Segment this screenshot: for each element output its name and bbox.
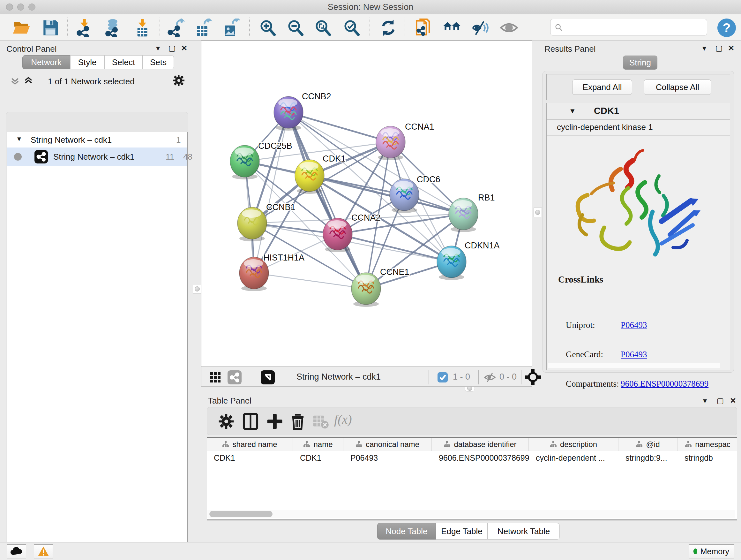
node-CDK1[interactable]: CDK1 [295, 154, 346, 194]
gene-collapse-icon[interactable]: ▼ [569, 107, 576, 115]
selected-checkbox-icon[interactable] [437, 372, 448, 382]
scrollbar-thumb[interactable] [209, 511, 273, 517]
string-view-badge-icon[interactable] [227, 370, 242, 384]
crosslink-link[interactable]: 9606.ENSP00000378699 [621, 379, 709, 389]
expand-all-networks-icon[interactable] [23, 75, 34, 87]
cloud-button[interactable] [7, 544, 26, 558]
zoom-fit-icon[interactable] [314, 18, 333, 37]
selected-node-edge-counts: 1 - 0 [453, 372, 470, 382]
tab-edge-table[interactable]: Edge Table [436, 523, 488, 540]
function-builder-icon: f(x) [334, 412, 352, 427]
tab-style-label: Style [78, 57, 97, 67]
node-table[interactable]: shared namenamecanonical namedatabase id… [207, 437, 737, 520]
table-panel-float-menu-icon[interactable]: ▾ [699, 396, 711, 406]
add-column-icon[interactable] [266, 413, 283, 430]
import-network-file-icon[interactable] [76, 18, 94, 37]
minimize-window-button[interactable] [17, 3, 24, 10]
expand-all-button[interactable]: Expand All [572, 79, 632, 95]
search-input[interactable] [550, 19, 707, 36]
cell-database-identifier[interactable]: 9606.ENSP00000378699 [432, 451, 529, 464]
hidden-eye-slash-icon [483, 372, 496, 384]
tab-network-table[interactable]: Network Table [488, 523, 560, 540]
tab-select[interactable]: Select [105, 55, 143, 69]
delete-column-trash-icon[interactable] [289, 413, 306, 430]
results-panel-float-menu-icon[interactable]: ▾ [699, 44, 710, 53]
export-image-icon[interactable] [222, 18, 240, 37]
table-options-gear-icon[interactable] [218, 413, 234, 430]
cell-description[interactable]: cyclin-dependent ... [529, 451, 618, 464]
hide-unselected-icon[interactable] [471, 18, 489, 37]
column-header-description[interactable]: description [529, 438, 618, 451]
import-network-database-icon[interactable] [104, 18, 123, 37]
column-header-name[interactable]: name [293, 438, 343, 451]
zoom-window-button[interactable] [28, 3, 36, 10]
show-all-icon[interactable] [500, 18, 518, 37]
control-panel-float-icon[interactable]: ▢ [166, 44, 178, 53]
collapse-all-button[interactable]: Collapse All [644, 79, 711, 95]
warnings-button[interactable] [34, 544, 53, 558]
memory-button[interactable]: Memory [689, 544, 734, 558]
close-window-button[interactable] [6, 3, 13, 10]
save-session-icon[interactable] [41, 18, 60, 37]
tab-style[interactable]: Style [70, 55, 105, 69]
results-panel-close-icon[interactable]: ✕ [726, 44, 737, 53]
export-network-icon[interactable] [167, 18, 185, 37]
network-canvas[interactable]: CCNB2CCNA1CDC25BCDK1CDC6RB1CCNB1CCNA2CDK… [201, 41, 532, 367]
crosslink-link[interactable]: P06493 [621, 350, 647, 360]
tab-sets[interactable]: Sets [143, 55, 174, 69]
gene-header-row[interactable]: ▼ CDK1 [547, 103, 730, 120]
help-icon[interactable]: ? [717, 18, 737, 38]
open-session-icon[interactable] [12, 18, 31, 37]
home-nodes-icon[interactable] [443, 18, 461, 37]
birdseye-crosshair-icon[interactable] [525, 369, 541, 386]
hidden-node-edge-counts: 0 - 0 [499, 372, 517, 382]
zoom-in-icon[interactable] [259, 18, 277, 37]
column-header-@id[interactable]: @id [618, 438, 677, 451]
memory-button-label: Memory [700, 547, 729, 556]
tab-string[interactable]: String [623, 56, 657, 70]
detach-view-icon[interactable] [261, 370, 275, 384]
network-row-selected[interactable]: String Network – cdk1 11 48 [7, 147, 187, 166]
node-CCNE1[interactable]: CCNE1 [351, 267, 409, 307]
gene-description-row: cyclin-dependent kinase 1 [547, 120, 730, 136]
tab-network[interactable]: Network [22, 55, 70, 69]
cell-@id[interactable]: stringdb:9... [618, 451, 677, 464]
table-horizontal-scrollbar[interactable] [207, 510, 735, 518]
string-import-icon[interactable] [414, 18, 433, 37]
cell-canonical-name[interactable]: P06493 [343, 451, 432, 464]
refresh-icon[interactable] [379, 18, 398, 37]
node-CCNA1[interactable]: CCNA1 [376, 122, 434, 160]
network-node-count: 11 [165, 152, 174, 162]
table-panel-close-icon[interactable]: ✕ [728, 396, 738, 406]
table-panel-float-icon[interactable]: ▢ [715, 396, 726, 406]
column-header-database-identifier[interactable]: database identifier [432, 438, 529, 451]
column-header-namespac[interactable]: namespac [677, 438, 737, 451]
left-splitter-handle[interactable] [193, 284, 202, 294]
zoom-out-icon[interactable] [286, 18, 305, 37]
column-header-canonical-name[interactable]: canonical name [343, 438, 432, 451]
node-RB1[interactable]: RB1 [449, 193, 495, 232]
export-table-icon[interactable] [194, 18, 212, 37]
control-panel-close-icon[interactable]: ✕ [179, 44, 190, 53]
toolbar-separator [369, 17, 370, 37]
cell-namespac[interactable]: stringdb [677, 451, 737, 464]
crosslink-link[interactable]: P06493 [621, 320, 647, 330]
cell-shared-name[interactable]: CDK1 [207, 451, 293, 464]
zoom-selected-icon[interactable] [343, 18, 361, 37]
collection-expand-icon[interactable]: ▼ [16, 135, 22, 143]
table-row[interactable]: CDK1CDK1P064939606.ENSP00000378699cyclin… [207, 451, 737, 464]
tab-node-table[interactable]: Node Table [377, 523, 436, 540]
network-collection-row[interactable]: ▼ String Network – cdk1 1 [7, 132, 187, 147]
grid-view-icon[interactable] [210, 372, 221, 384]
import-table-file-icon[interactable] [133, 18, 152, 37]
control-panel-float-menu-icon[interactable]: ▾ [152, 44, 163, 53]
node-HIST1H1A[interactable]: HIST1H1A [239, 253, 305, 291]
cell-name[interactable]: CDK1 [293, 451, 343, 464]
node-CDKN1A[interactable]: CDKN1A [437, 241, 500, 280]
network-options-gear-icon[interactable] [172, 74, 185, 88]
collapse-all-networks-icon[interactable] [10, 75, 20, 87]
show-columns-icon[interactable] [242, 413, 259, 430]
results-scrollbar[interactable] [548, 363, 720, 368]
column-header-shared-name[interactable]: shared name [207, 438, 293, 451]
results-panel-float-icon[interactable]: ▢ [714, 44, 724, 53]
